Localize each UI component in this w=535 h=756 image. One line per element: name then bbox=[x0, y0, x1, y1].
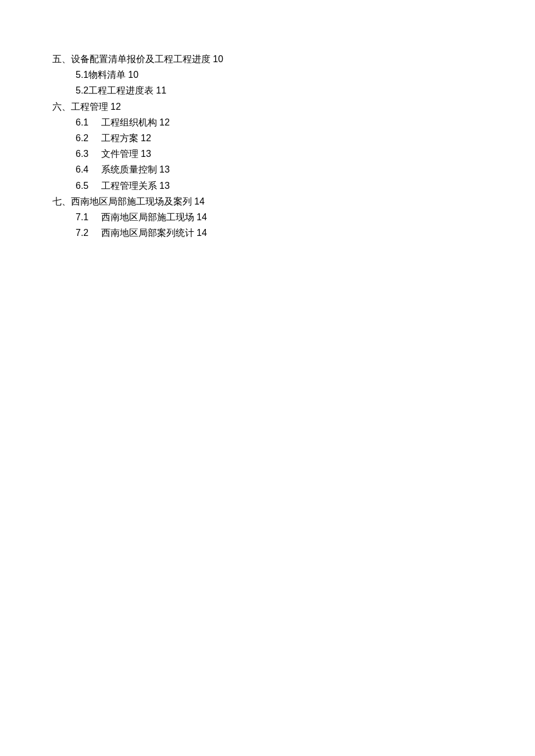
item-page: 12 bbox=[141, 130, 151, 146]
toc-item-6-3: 6.3 文件管理 13 bbox=[52, 146, 535, 162]
section-title: 工程管理 bbox=[71, 99, 108, 114]
item-title: 西南地区局部施工现场 bbox=[101, 209, 194, 225]
item-title: 西南地区局部案列统计 bbox=[101, 225, 194, 241]
section-page: 10 bbox=[213, 51, 223, 67]
toc-item-5-2: 5.2 工程工程进度表 11 bbox=[52, 83, 535, 98]
item-title: 工程管理关系 bbox=[101, 178, 157, 194]
toc-item-7-1: 7.1 西南地区局部施工现场 14 bbox=[52, 209, 535, 225]
item-num: 6.1 bbox=[76, 114, 101, 130]
toc-item-6-5: 6.5 工程管理关系 13 bbox=[52, 178, 535, 194]
item-page: 10 bbox=[128, 67, 138, 83]
item-title: 工程工程进度表 bbox=[88, 83, 154, 98]
toc-section-7: 七、 西南地区局部施工现场及案列 14 bbox=[52, 194, 535, 209]
item-num: 6.4 bbox=[76, 162, 101, 177]
item-page: 14 bbox=[197, 225, 207, 241]
section-label: 六、 bbox=[52, 99, 71, 114]
item-title: 系统质量控制 bbox=[101, 162, 157, 177]
section-page: 12 bbox=[110, 99, 121, 114]
toc-item-6-1: 6.1 工程组织机构 12 bbox=[52, 114, 535, 130]
item-page: 11 bbox=[156, 83, 166, 98]
item-page: 14 bbox=[197, 209, 207, 225]
toc-item-6-4: 6.4 系统质量控制 13 bbox=[52, 162, 535, 177]
section-page: 14 bbox=[194, 194, 205, 209]
item-title: 工程方案 bbox=[101, 130, 138, 146]
item-page: 12 bbox=[159, 114, 170, 130]
item-page: 13 bbox=[141, 146, 151, 162]
item-num: 7.1 bbox=[76, 209, 101, 225]
section-title: 西南地区局部施工现场及案列 bbox=[71, 194, 192, 209]
toc-section-5: 五、 设备配置清单报价及工程工程进度 10 bbox=[52, 51, 535, 67]
item-page: 13 bbox=[159, 178, 170, 194]
item-num: 7.2 bbox=[76, 225, 101, 241]
item-num: 5.2 bbox=[76, 83, 88, 98]
item-title: 文件管理 bbox=[101, 146, 138, 162]
toc-section-6: 六、 工程管理 12 bbox=[52, 99, 535, 114]
item-num: 6.5 bbox=[76, 178, 101, 194]
item-page: 13 bbox=[159, 162, 170, 177]
item-num: 5.1 bbox=[76, 67, 88, 83]
section-title: 设备配置清单报价及工程工程进度 bbox=[71, 51, 211, 67]
section-label: 五、 bbox=[52, 51, 71, 67]
toc-container: 五、 设备配置清单报价及工程工程进度 10 5.1 物料清单 10 5.2 工程… bbox=[52, 51, 535, 241]
toc-item-7-2: 7.2 西南地区局部案列统计 14 bbox=[52, 225, 535, 241]
toc-item-5-1: 5.1 物料清单 10 bbox=[52, 67, 535, 83]
item-num: 6.2 bbox=[76, 130, 101, 146]
item-title: 工程组织机构 bbox=[101, 114, 157, 130]
item-title: 物料清单 bbox=[88, 67, 126, 83]
item-num: 6.3 bbox=[76, 146, 101, 162]
section-label: 七、 bbox=[52, 194, 71, 209]
toc-item-6-2: 6.2 工程方案 12 bbox=[52, 130, 535, 146]
